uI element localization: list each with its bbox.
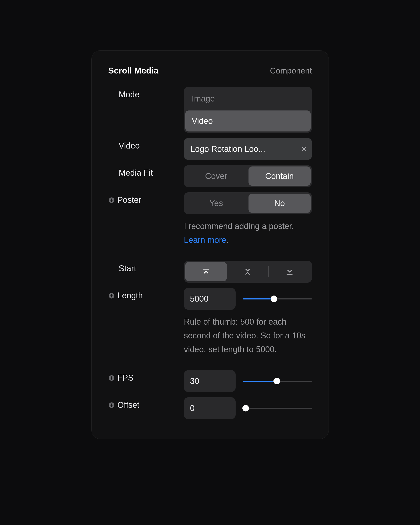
plus-circle-icon[interactable] bbox=[108, 375, 115, 381]
fps-label: FPS bbox=[117, 373, 134, 383]
panel-title: Scroll Media bbox=[108, 66, 159, 75]
mode-option-video[interactable]: Video bbox=[185, 111, 311, 131]
offset-label: Offset bbox=[117, 400, 140, 410]
offset-slider[interactable] bbox=[243, 405, 312, 412]
media-fit-label: Media Fit bbox=[119, 168, 153, 178]
length-helper-text: Rule of thumb: 500 for each second of th… bbox=[184, 315, 312, 356]
mode-segmented: Image Video bbox=[184, 87, 312, 133]
fps-input[interactable]: 30 bbox=[184, 370, 236, 392]
offset-input[interactable]: 0 bbox=[184, 397, 236, 419]
fps-slider[interactable] bbox=[243, 378, 312, 384]
plus-circle-icon[interactable] bbox=[108, 402, 115, 408]
clear-video-icon[interactable] bbox=[300, 145, 308, 152]
poster-yes[interactable]: Yes bbox=[185, 194, 247, 213]
length-label: Length bbox=[117, 291, 143, 300]
plus-circle-icon[interactable] bbox=[108, 197, 115, 203]
media-fit-cover[interactable]: Cover bbox=[185, 167, 247, 186]
poster-helper-text: I recommend adding a poster. Learn more. bbox=[184, 219, 312, 247]
length-slider[interactable] bbox=[243, 296, 312, 302]
poster-helper-prefix: I recommend adding a poster. bbox=[184, 222, 294, 231]
media-fit-contain[interactable]: Contain bbox=[249, 167, 311, 186]
start-option-bottom[interactable] bbox=[269, 262, 310, 281]
mode-label: Mode bbox=[119, 90, 140, 99]
poster-helper-suffix: . bbox=[226, 235, 229, 244]
start-option-center[interactable] bbox=[227, 262, 268, 281]
component-badge: Component bbox=[270, 66, 312, 75]
scroll-media-panel: Scroll Media Component Mode Image Video … bbox=[92, 50, 329, 439]
poster-segmented: Yes No bbox=[184, 192, 312, 214]
length-input[interactable]: 5000 bbox=[184, 288, 236, 310]
panel-header: Scroll Media Component bbox=[108, 66, 312, 75]
poster-label: Poster bbox=[117, 195, 141, 205]
media-fit-segmented: Cover Contain bbox=[184, 165, 312, 187]
start-option-top[interactable] bbox=[185, 262, 227, 281]
video-file-chip[interactable]: Logo Rotation Loo... bbox=[184, 138, 312, 160]
video-label: Video bbox=[119, 141, 140, 150]
poster-no[interactable]: No bbox=[249, 194, 311, 213]
video-file-name: Logo Rotation Loo... bbox=[191, 144, 297, 154]
start-segmented bbox=[184, 261, 312, 283]
plus-circle-icon[interactable] bbox=[108, 292, 115, 299]
learn-more-link[interactable]: Learn more bbox=[184, 235, 226, 244]
mode-option-image[interactable]: Image bbox=[185, 88, 311, 109]
start-label: Start bbox=[119, 264, 136, 273]
